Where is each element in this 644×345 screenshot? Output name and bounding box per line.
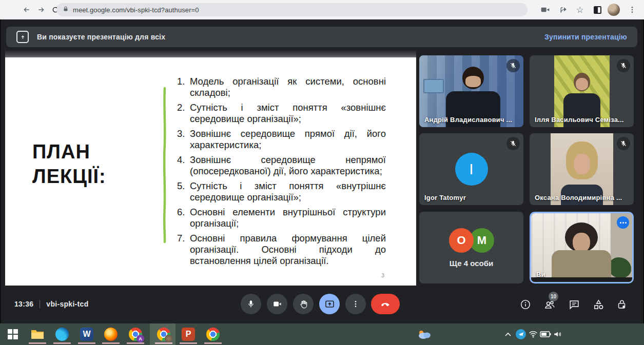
browser-toolbar: meet.google.com/vbi-spki-tcd?authuser=0 … — [0, 0, 644, 19]
slide-list: Модель організації як системи, основні с… — [177, 76, 386, 270]
share-icon[interactable] — [557, 4, 570, 16]
windows-taskbar: W A P 8°C — [0, 323, 644, 345]
start-button[interactable] — [5, 327, 21, 342]
participant-tile[interactable]: Андрій Владиславович ... — [419, 55, 523, 127]
participant-tile[interactable]: Оксана Володимирівна ... — [530, 133, 634, 205]
participant-name: Igor Tatomyr — [424, 194, 466, 201]
meeting-info: 13:36 vbi-spki-tcd — [14, 300, 88, 308]
chrome-profile-badge: A — [136, 335, 144, 342]
participant-name: Андрій Владиславович ... — [424, 116, 512, 124]
file-explorer-icon[interactable] — [30, 327, 45, 342]
participant-tile[interactable]: I Igor Tatomyr — [419, 133, 523, 205]
meeting-details-icon[interactable] — [519, 298, 532, 311]
address-bar[interactable]: meet.google.com/vbi-spki-tcd?authuser=0 — [56, 3, 528, 16]
shared-window-top-strip — [5, 49, 416, 57]
participant-letter-avatar: I — [455, 153, 488, 186]
host-controls-icon[interactable] — [616, 298, 628, 311]
raise-hand-button[interactable] — [293, 294, 314, 314]
weather-icon[interactable] — [417, 327, 432, 342]
self-label: Ви — [536, 271, 545, 278]
presentation-slide: ПЛАН ЛЕКЦІЇ: Модель організації як систе… — [5, 57, 416, 286]
list-item: Сутність і зміст поняття «внутрішнє сере… — [177, 180, 386, 203]
bookmark-star-icon[interactable]: ☆ — [574, 4, 586, 16]
more-people-label: Ще 4 особи — [419, 259, 523, 268]
meeting-code: vbi-spki-tcd — [46, 300, 88, 308]
slide-accent-line — [162, 87, 167, 245]
side-panel-icon[interactable] — [591, 4, 603, 16]
chrome-active-icon[interactable] — [156, 327, 171, 342]
lock-icon — [63, 5, 69, 14]
taskbar-indicator — [29, 342, 46, 344]
taskbar-indicator — [180, 342, 197, 344]
participant-name: Ілля Васильович Семіза... — [535, 116, 624, 124]
camera-button[interactable] — [267, 294, 287, 314]
volume-tray-icon[interactable] — [550, 327, 565, 342]
presenting-message: Ви показуєте презентацію для всіх — [37, 33, 165, 41]
list-item: Зовнішнє середовище прямої дії, його хар… — [177, 128, 386, 151]
forward-icon[interactable] — [35, 4, 47, 16]
present-banner-icon — [16, 31, 29, 43]
list-item: Сутність і зміст поняття «зовнішнє серед… — [177, 102, 386, 125]
list-item: Основні правила формування цілей організ… — [177, 233, 386, 267]
more-options-button[interactable] — [345, 294, 366, 314]
powerpoint-icon[interactable]: P — [181, 327, 196, 342]
slide-page-number: 3 — [381, 272, 384, 278]
mic-button[interactable] — [241, 294, 261, 314]
taskbar-indicator — [204, 342, 222, 344]
firefox-icon[interactable] — [103, 327, 119, 342]
meeting-time: 13:36 — [14, 300, 33, 308]
list-item: Зовнішнє середовище непрямої (опосередко… — [177, 154, 386, 177]
taskbar-indicator — [102, 342, 120, 344]
chrome-profile-icon[interactable]: A — [128, 327, 143, 342]
mic-muted-icon — [617, 137, 630, 150]
present-button[interactable] — [319, 294, 340, 314]
overflow-avatar: O — [449, 228, 474, 253]
chat-icon[interactable] — [568, 298, 580, 311]
end-call-button[interactable] — [371, 294, 400, 314]
taskbar-indicator — [53, 342, 71, 344]
mic-muted-icon — [506, 137, 520, 150]
browser-menu-icon[interactable] — [626, 4, 638, 16]
tab-camera-indicator-icon — [539, 4, 551, 16]
participant-tile[interactable]: Ілля Васильович Семіза... — [530, 55, 634, 127]
mic-muted-icon — [506, 59, 520, 72]
activities-icon[interactable] — [592, 298, 604, 311]
url-text: meet.google.com/vbi-spki-tcd?authuser=0 — [73, 6, 199, 14]
taskbar-indicator — [78, 342, 95, 344]
slide-title: ПЛАН ЛЕКЦІЇ: — [32, 139, 106, 189]
taskbar-indicator — [127, 342, 144, 344]
meet-window: meet.google.com/vbi-spki-tcd?authuser=0 … — [0, 0, 644, 345]
stop-presenting-button[interactable]: Зупинити презентацію — [544, 33, 627, 41]
self-view-tile[interactable]: Ви — [530, 212, 634, 283]
self-tile-menu-icon[interactable] — [617, 216, 629, 229]
word-icon[interactable]: W — [79, 327, 94, 342]
mic-muted-icon — [617, 59, 630, 72]
list-item: Модель організації як системи, основні с… — [177, 76, 386, 98]
list-item: Основні елементи внутрішньої структури о… — [177, 207, 386, 229]
taskbar-indicator — [155, 342, 172, 344]
presenting-banner: Ви показуєте презентацію для всіх Зупини… — [6, 27, 637, 47]
participants-count-badge: 10 — [549, 292, 558, 301]
participant-name: Оксана Володимирівна ... — [535, 194, 622, 201]
more-people-tile[interactable]: O M Ще 4 особи — [419, 212, 523, 283]
back-icon[interactable] — [21, 4, 33, 16]
profile-avatar[interactable] — [608, 4, 620, 16]
chrome-icon[interactable] — [205, 327, 221, 342]
edge-icon[interactable] — [54, 327, 70, 342]
